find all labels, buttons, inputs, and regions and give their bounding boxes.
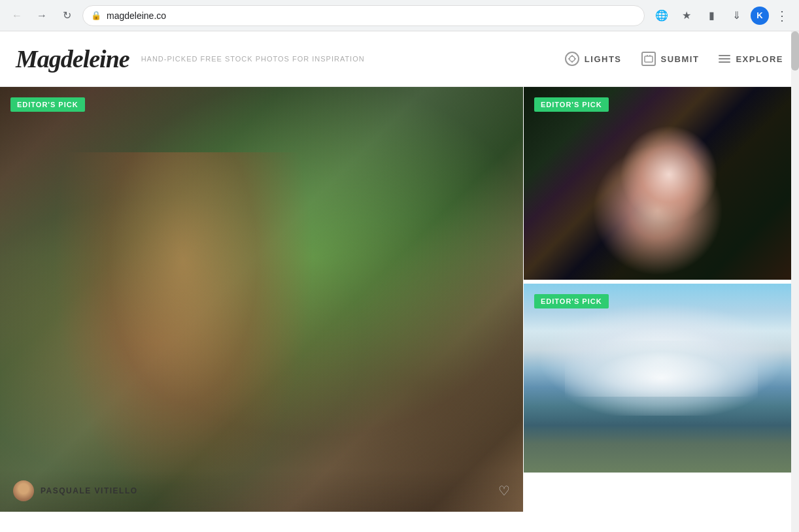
left-column: EDITOR'S PICK PASQUALE VITIELLO ♡ <box>0 87 523 512</box>
editor-pick-badge-bottom: EDITOR'S PICK <box>534 294 609 308</box>
bookmark-button[interactable]: ★ <box>676 5 697 26</box>
editor-pick-badge-top: EDITOR'S PICK <box>534 97 609 112</box>
nav-submit[interactable]: SUBMIT <box>641 52 700 66</box>
photo-main-image[interactable]: EDITOR'S PICK <box>0 87 523 512</box>
editor-pick-badge-main: EDITOR'S PICK <box>10 97 85 112</box>
extensions-button[interactable]: ▮ <box>701 5 722 26</box>
author-name-main: PASQUALE VITIELLO <box>41 486 138 495</box>
download-button[interactable]: ⇓ <box>726 5 747 26</box>
photo-bottom-right-image[interactable]: EDITOR'S PICK <box>524 284 799 473</box>
lock-icon: 🔒 <box>91 10 101 20</box>
submit-icon <box>641 52 656 66</box>
explore-label: EXPLORE <box>736 54 783 64</box>
nav-lights[interactable]: LIGHTS <box>565 52 622 66</box>
forward-button[interactable]: → <box>33 7 51 25</box>
scrollbar-thumb[interactable] <box>791 31 799 71</box>
main-content: EDITOR'S PICK PASQUALE VITIELLO ♡ EDITOR… <box>0 87 799 512</box>
svg-point-0 <box>570 56 575 61</box>
photo-top-right-image[interactable]: EDITOR'S PICK <box>524 87 799 280</box>
site-header: Magdeleine HAND-PICKED FREE STOCK PHOTOS… <box>0 31 799 87</box>
photo-top-right-container: EDITOR'S PICK ALAN CABELLO ♡ <box>523 87 799 280</box>
nav-explore[interactable]: EXPLORE <box>719 54 783 64</box>
site-logo[interactable]: Magdeleine <box>16 44 129 73</box>
browser-chrome: ← → ↻ 🔒 magdeleine.co 🌐 ★ ▮ ⇓ K ⋮ <box>0 0 799 31</box>
lights-label: LIGHTS <box>585 54 622 64</box>
explore-icon <box>719 55 730 63</box>
profile-button[interactable]: K <box>751 7 769 25</box>
svg-rect-5 <box>645 56 653 62</box>
photo-main-caption: PASQUALE VITIELLO ♡ <box>0 470 523 512</box>
like-button-main[interactable]: ♡ <box>498 483 510 499</box>
author-avatar-main <box>13 480 34 501</box>
site-tagline: HAND-PICKED FREE STOCK PHOTOS FOR INSPIR… <box>141 55 365 63</box>
photo-bottom-right-container: EDITOR'S PICK PASQUALE VITIELLO ♡ <box>523 280 799 473</box>
url-text: magdeleine.co <box>107 10 636 21</box>
translate-button[interactable]: 🌐 <box>651 5 672 26</box>
reload-button[interactable]: ↻ <box>58 7 76 25</box>
back-button[interactable]: ← <box>8 7 26 25</box>
browser-menu-button[interactable]: ⋮ <box>773 7 791 25</box>
scrollbar[interactable] <box>791 31 799 512</box>
browser-actions: 🌐 ★ ▮ ⇓ K ⋮ <box>651 5 791 26</box>
address-bar[interactable]: 🔒 magdeleine.co <box>82 5 645 26</box>
header-nav: LIGHTS SUBMIT EXPLORE <box>565 52 783 66</box>
right-column: EDITOR'S PICK ALAN CABELLO ♡ EDITOR'S PI… <box>523 87 799 512</box>
lights-icon <box>565 52 579 66</box>
submit-label: SUBMIT <box>661 54 700 64</box>
